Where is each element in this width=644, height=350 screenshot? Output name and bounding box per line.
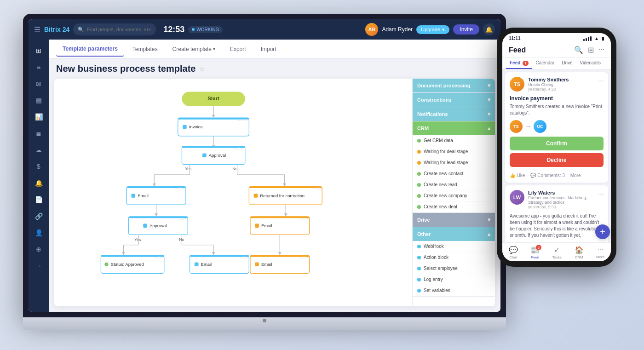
panel-item-get-crm-data[interactable]: Get CRM data (413, 135, 495, 146)
phone-nav-tasks[interactable]: ✓ Tasks (552, 246, 562, 259)
workflow-canvas[interactable]: Start Invoice — □ × (54, 79, 412, 306)
panel-item-create-contact[interactable]: Create new contact (413, 168, 495, 179)
sidebar-icon-arrow[interactable]: → (31, 258, 46, 273)
content-area: Template parameters Templates Create tem… (49, 40, 500, 312)
panel-item-set-variables[interactable]: Set variables (413, 285, 495, 296)
notifications-icon[interactable]: 🔔 (483, 23, 495, 35)
sidebar-icon-chart[interactable]: 📊 (31, 109, 46, 124)
decline-button[interactable]: Decline (510, 153, 604, 167)
page-title: New business process template (56, 63, 196, 74)
battery-icon: ▮ (602, 36, 604, 41)
panel-item-waiting-lead[interactable]: Waiting for lead stage (413, 157, 495, 168)
svg-text:Email: Email (201, 262, 212, 267)
dot-icon (417, 289, 421, 293)
svg-rect-6 (183, 125, 187, 129)
phone-nav-more[interactable]: ··· More (596, 246, 604, 259)
panel-item-webhook[interactable]: WebHook (413, 241, 495, 252)
panel-item-waiting-deal[interactable]: Waiting for deal stage (413, 146, 495, 157)
chevron-down-icon: ▾ (213, 46, 215, 52)
panel-header-crm[interactable]: CRM ▴ (413, 121, 495, 135)
search-input[interactable] (87, 27, 151, 32)
main-layout: ⊞ ≡ ⊠ ▤ 📊 ≣ ☁ $ 🔔 📄 🔗 👤 ⊕ → (29, 40, 500, 312)
phone-more-icon[interactable]: ··· (598, 46, 604, 54)
panel-item-select-employee[interactable]: Select employee (413, 263, 495, 274)
sidebar-icon-filter[interactable]: ≡ (31, 60, 46, 75)
feed-card2-more-icon[interactable]: ··· (598, 190, 604, 197)
sidebar-icon-page[interactable]: ▤ (31, 93, 46, 108)
panel-header-notifications[interactable]: Notifications ▾ (413, 107, 495, 121)
sidebar-icon-doc[interactable]: 📄 (31, 192, 46, 207)
invite-button[interactable]: Invite (453, 24, 479, 34)
working-dot (192, 28, 195, 31)
comments-button[interactable]: 💬 Comments: 3 (530, 173, 564, 178)
working-status[interactable]: WORKING (188, 26, 223, 33)
svg-rect-28 (132, 194, 136, 198)
menu-icon[interactable]: ☰ (34, 25, 40, 34)
panel-item-create-deal[interactable]: Create new deal (413, 201, 495, 212)
sidebar-icon-dollar[interactable]: $ (31, 159, 46, 174)
phone-tab-calendar[interactable]: Calendar (532, 57, 558, 69)
svg-text:Email: Email (261, 262, 272, 267)
sidebar-icon-list[interactable]: ≣ (31, 126, 46, 141)
panel-header-constructions[interactable]: Constructions ▾ (413, 93, 495, 107)
signal-icon (583, 36, 592, 41)
search-bar[interactable]: 🔍 (73, 23, 156, 35)
panel-header-other[interactable]: Other ▴ (413, 227, 495, 241)
panel-item-create-lead[interactable]: Create new lead (413, 179, 495, 190)
phone-tab-drive[interactable]: Drive (558, 57, 576, 69)
tab-templates[interactable]: Templates (126, 42, 164, 56)
feed-nav-badge: 2 (536, 245, 541, 250)
svg-text:— □ ×: — □ × (233, 146, 243, 150)
sidebar-icon-user[interactable]: 👤 (31, 225, 46, 240)
dot-icon (417, 267, 421, 270)
phone-time: 11:11 (509, 36, 521, 41)
sidebar-icon-grid[interactable]: ⊠ (31, 76, 46, 91)
feed-more-icon[interactable]: ··· (598, 77, 604, 84)
chevron-drive-icon: ▾ (488, 217, 490, 223)
more-button[interactable]: More (570, 173, 581, 178)
feed-footer: 👍 Like 💬 Comments: 3 More (510, 170, 604, 178)
sidebar-icon-cloud[interactable]: ☁ (31, 143, 46, 157)
upgrade-button[interactable]: Upgrade ▾ (416, 25, 449, 34)
panel-section-notifications: Notifications ▾ (413, 107, 495, 121)
panel-item-action-block[interactable]: Action block (413, 252, 495, 263)
panel-item-log-entry[interactable]: Log entry (413, 274, 495, 285)
tab-create-template[interactable]: Create template ▾ (166, 42, 222, 56)
tabs-bar: Template parameters Templates Create tem… (49, 40, 500, 59)
topbar: ☰ Bitrix 24 🔍 12:53 WORKING AR (29, 19, 500, 40)
create-template-dropdown[interactable]: Create template ▾ (172, 46, 215, 52)
sidebar-icon-link[interactable]: 🔗 (31, 209, 46, 224)
tab-template-parameters[interactable]: Template parameters (56, 42, 124, 57)
favorite-icon[interactable]: ☆ (199, 65, 205, 73)
confirm-button[interactable]: Confirm (510, 137, 604, 150)
sidebar-icon-plus[interactable]: ⊕ (31, 242, 46, 257)
svg-text:Approval: Approval (209, 153, 226, 158)
like-button[interactable]: 👍 Like (510, 173, 525, 178)
svg-text:Email: Email (261, 223, 272, 228)
feed-time: yesterday, 4:20 (528, 87, 594, 92)
panel-header-doc-processing[interactable]: Document processing ▾ (413, 79, 495, 92)
tab-export[interactable]: Export (224, 42, 253, 56)
panel-header-drive[interactable]: Drive ▾ (413, 213, 495, 227)
user-avatar: AR (365, 23, 378, 36)
sidebar-icon-bell[interactable]: 🔔 (31, 176, 46, 190)
phone-nav-crm[interactable]: 🏠 CRM (575, 246, 584, 259)
svg-marker-25 (283, 184, 286, 187)
phone-tab-feed[interactable]: Feed 1 (506, 57, 532, 69)
phone-nav-feed[interactable]: 📰 Feed 2 (530, 246, 540, 259)
phone-nav-chat[interactable]: 💬 Chat (509, 246, 518, 259)
phone-tab-videocalls[interactable]: Videocalls (576, 57, 604, 69)
feed-card-body: Tommy Smithers created a new invoice "Pr… (510, 103, 604, 116)
sidebar-icon-home[interactable]: ⊞ (31, 43, 46, 58)
dot-icon (417, 172, 421, 176)
fab-button[interactable]: + (595, 224, 610, 239)
phone-bottom-nav: 💬 Chat 📰 Feed 2 ✓ Tasks 🏠 CRM ··· (502, 242, 611, 261)
dot-icon (417, 245, 421, 248)
chat-icon: 💬 (509, 246, 518, 254)
panel-item-create-company[interactable]: Create new company (413, 190, 495, 201)
phone-feed: TS Tommy Smithers Ursula Cheng yesterday… (502, 69, 611, 242)
tab-import[interactable]: Import (254, 42, 283, 56)
phone-grid-icon[interactable]: ⊞ (588, 46, 594, 54)
chevron-notifications-icon: ▾ (488, 111, 490, 117)
phone-search-icon[interactable]: 🔍 (574, 46, 583, 54)
